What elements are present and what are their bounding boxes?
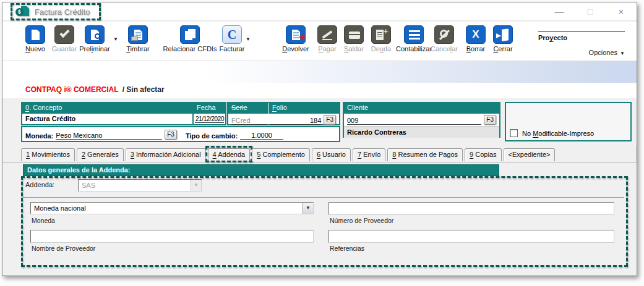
moneda-combobox[interactable]: Moneda nacional ▼ [30,202,314,214]
moneda-value[interactable]: Peso Mexicano [56,132,162,140]
invoice-app-icon: $ [15,6,30,18]
chevron-down-icon[interactable]: ▼ [246,36,251,42]
dollar-icon: $ [15,8,24,16]
concepto-value[interactable]: Factura Crédito [22,114,192,124]
window-controls: — □ × [549,4,632,20]
factura-credito-window: $ Factura Crédito — □ × Nuevo Guardar ▼ … [2,2,637,276]
flags-box: No Modificable-Impreso [505,102,632,141]
opciones-label: Opciones [589,49,617,56]
preliminar-button[interactable]: ▼ Preliminar [70,25,119,53]
section-title-bar: Datos generales de la Addenda: [23,164,499,176]
tab-resumen-pagos[interactable]: 8 Resumen de Pagos [387,148,463,161]
nombre-proveedor-label: Nombre de Proveedor [32,245,95,252]
moneda-label: Moneda: [25,132,53,140]
tipo-cambio-label: Tipo de cambio: [186,132,238,140]
serie-folio-box: Serie Folio FCred 184 F3 [227,102,340,125]
cliente-code[interactable]: 009 [347,117,481,125]
status-label: / Sin afectar [122,85,165,94]
tipo-cambio-value[interactable]: 1.0000 [240,132,283,140]
chevron-down-icon: ▼ [191,180,201,191]
folio-f3-button[interactable]: F3 [324,115,336,125]
tab-informacion-adicional[interactable]: 3 Información Adicional [126,148,206,161]
moneda-field-label: Moneda [32,217,55,224]
moneda-nacional-value: Moneda nacional [31,204,303,212]
serie-folio-values: FCred 184 F3 [228,114,339,126]
fecha-box: Fecha 21/12/2020 [192,102,226,125]
proyecto-input-line[interactable] [538,32,625,32]
maximize-icon[interactable]: □ [580,4,601,20]
folio-value[interactable]: 184 [270,117,321,125]
tab-usuario[interactable]: 6 Usuario [312,148,351,161]
fecha-header: Fecha [194,103,225,114]
concepto-header: 0. Concepto [22,103,192,114]
tab-addenda[interactable]: 4 Addenda [208,148,251,161]
referencias-label: Referencias [330,245,364,252]
serie-value[interactable]: FCred [231,117,267,125]
tab-complemento[interactable]: 5 Complemento [252,148,310,161]
toolbar-gradient-band [2,61,637,83]
moneda-tipo-row: Moneda: Peso Mexicano F3 Tipo de cambio:… [22,127,339,141]
moneda-f3-button[interactable]: F3 [165,130,177,140]
opciones-dropdown[interactable]: Opciones▼ [538,49,625,56]
no-modificable-checkbox[interactable] [510,129,518,137]
preview-icon [85,25,105,44]
document-header: 0. Concepto Factura Crédito Fecha 21/12/… [2,98,637,146]
separator [23,197,624,198]
proyecto-label: Proyecto [538,34,625,41]
cliente-box: Cliente 009 F3 Ricardo Contreras [343,102,500,138]
proyecto-field[interactable]: Proyecto [538,32,625,41]
moneda-tipo-box: Moneda: Peso Mexicano F3 Tipo de cambio:… [21,126,340,142]
no-modificable-row: No Modificable-Impreso [510,129,594,137]
serie-folio-header: Serie Folio [228,103,339,114]
cliente-f3-button[interactable]: F3 [484,115,496,125]
referencias-input[interactable] [328,230,614,243]
serie-label: Serie [228,103,269,114]
close-icon[interactable]: × [611,4,632,20]
stamp-icon [128,25,148,44]
tab-copias[interactable]: 9 Copias [465,148,501,161]
facturar-button[interactable]: C ▼ Facturar [207,25,257,53]
concepto-box: 0. Concepto Factura Crédito [21,102,194,125]
folio-label: Folio [269,103,290,114]
cerrar-button[interactable]: Cerrar [478,25,528,53]
brand-label: CONTPAQ i® COMERCIAL [25,85,119,94]
nombre-proveedor-input[interactable] [30,230,314,243]
breadcrumb: CONTPAQ i® COMERCIAL/ Sin afectar [25,85,165,94]
timbrar-button[interactable]: Timbrar [113,25,163,53]
tab-envio[interactable]: 7 Envío [353,148,385,161]
invoice-c-icon: C [222,25,242,44]
addenda-panel: Datos generales de la Addenda: Addenda: … [2,162,637,275]
tab-movimientos[interactable]: 1 Movimientos [21,148,75,161]
numero-proveedor-input[interactable] [328,202,614,215]
exit-door-icon [493,25,513,44]
chevron-down-icon: ▼ [620,51,625,56]
cliente-code-row: 009 F3 [344,114,499,126]
tab-generales[interactable]: 2 Generales [77,148,124,161]
related-docs-icon [180,25,200,44]
cliente-header: Cliente [344,103,499,114]
tab-expediente[interactable]: <Expediente> [504,148,556,161]
no-modificable-label: No Modificable-Impreso [522,130,594,137]
addenda-label: Addenda: [25,181,54,188]
toolbar: Nuevo Guardar ▼ Preliminar Timbrar Relac… [2,22,637,61]
breadcrumb-area: CONTPAQ i® COMERCIAL/ Sin afectar [2,83,637,98]
cliente-name: Ricardo Contreras [344,126,499,138]
annotation-title-highlight: $ Factura Crédito [11,3,101,20]
chevron-down-icon[interactable]: ▼ [303,203,313,214]
titlebar: $ Factura Crédito — □ × [2,2,637,21]
numero-proveedor-label: Número de Proveedor [330,217,393,224]
fecha-value[interactable]: 21/12/2020 [195,114,224,123]
window-title: Factura Crédito [35,7,90,17]
tabstrip: 1 Movimientos2 Generales3 Información Ad… [21,148,557,162]
minimize-icon[interactable]: — [549,4,570,20]
addenda-combobox: SAS ▼ [78,179,202,191]
addenda-value: SAS [79,182,191,189]
